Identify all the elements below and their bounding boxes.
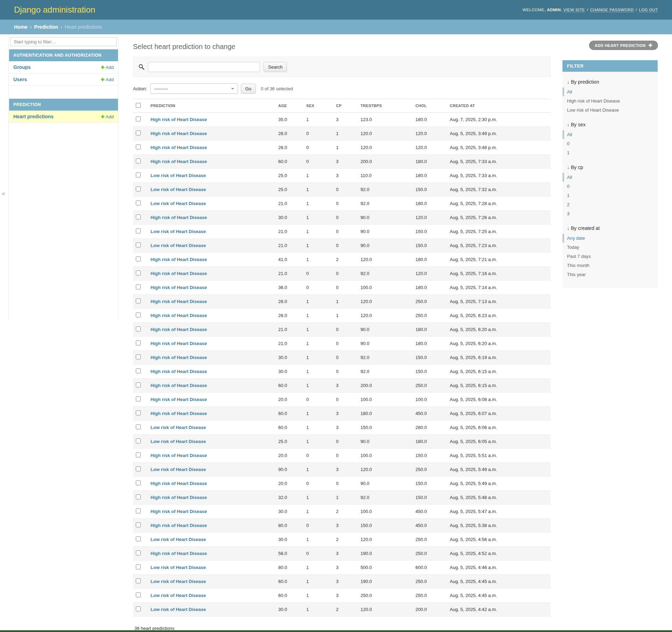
row-checkbox[interactable] [136,299,141,303]
go-button[interactable]: Go [241,84,256,94]
sidebar-item-groups[interactable]: Groups ✚ Add [9,61,118,73]
filter-option-link[interactable]: 0 [567,184,569,189]
filter-option-link[interactable]: 2 [567,202,569,207]
prediction-link[interactable]: High risk of Heart Disease [150,215,207,220]
row-checkbox[interactable] [136,215,141,219]
select-all-checkbox[interactable] [136,103,141,108]
prediction-link[interactable]: High risk of Heart Disease [150,411,207,416]
row-checkbox[interactable] [136,117,141,121]
prediction-link[interactable]: High risk of Heart Disease [150,313,207,318]
prediction-link[interactable]: Low risk of Heart Disease [150,537,206,542]
filter-option-link[interactable]: 1 [567,193,569,198]
filter-option-link[interactable]: All [567,89,572,94]
prediction-link[interactable]: High risk of Heart Disease [150,397,207,402]
row-checkbox[interactable] [136,131,141,135]
filter-option-link[interactable]: 0 [567,141,569,146]
prediction-link[interactable]: High risk of Heart Disease [150,159,207,164]
prediction-link[interactable]: Low risk of Heart Disease [150,439,206,444]
prediction-link[interactable]: Low risk of Heart Disease [150,229,206,234]
row-checkbox[interactable] [136,229,141,233]
row-checkbox[interactable] [136,257,141,261]
filter-option-link[interactable]: Today [567,245,579,250]
view-site-link[interactable]: VIEW SITE [563,8,585,12]
prediction-link[interactable]: High risk of Heart Disease [150,369,207,374]
row-checkbox[interactable] [136,173,141,177]
row-checkbox[interactable] [136,494,141,499]
search-button[interactable]: Search [264,62,287,72]
prediction-link[interactable]: High risk of Heart Disease [150,509,207,514]
prediction-link[interactable]: High risk of Heart Disease [150,523,207,528]
header-chol[interactable]: CHOL [413,99,447,113]
filter-option-link[interactable]: Low risk of Heart Disease [567,107,619,113]
add-heart-prediction-sidebar-button[interactable]: ✚ Add [101,114,114,119]
groups-link[interactable]: Groups [13,64,31,70]
prediction-link[interactable]: High risk of Heart Disease [150,257,207,262]
prediction-link[interactable]: High risk of Heart Disease [150,481,207,486]
prediction-link[interactable]: High risk of Heart Disease [150,355,207,360]
prediction-link[interactable]: High risk of Heart Disease [150,285,207,290]
row-checkbox[interactable] [136,368,141,373]
row-checkbox[interactable] [136,466,141,471]
prediction-link[interactable]: High risk of Heart Disease [150,327,207,332]
header-sex[interactable]: SEX [303,99,333,113]
filter-option-link[interactable]: Past 7 days [567,254,591,259]
row-checkbox[interactable] [136,592,141,597]
row-checkbox[interactable] [136,145,141,149]
prediction-link[interactable]: High risk of Heart Disease [150,117,207,122]
header-trestbps[interactable]: TRESTBPS [358,99,413,113]
filter-option-link[interactable]: All [567,132,572,137]
prediction-link[interactable]: Low risk of Heart Disease [150,467,206,472]
header-age[interactable]: AGE [275,99,303,113]
row-checkbox[interactable] [136,452,141,457]
row-checkbox[interactable] [136,187,141,191]
search-input[interactable] [148,62,260,72]
prediction-link[interactable]: Low risk of Heart Disease [150,425,206,430]
row-checkbox[interactable] [136,201,141,205]
prediction-link[interactable]: Low risk of Heart Disease [150,173,206,178]
action-select[interactable]: --------- [150,83,238,94]
prediction-link[interactable]: Low risk of Heart Disease [150,579,206,584]
row-checkbox[interactable] [136,522,141,527]
prediction-link[interactable]: High risk of Heart Disease [150,453,207,458]
row-checkbox[interactable] [136,326,141,331]
prediction-link[interactable]: High risk of Heart Disease [150,495,207,500]
prediction-link[interactable]: High risk of Heart Disease [150,341,207,346]
row-checkbox[interactable] [136,313,141,317]
row-checkbox[interactable] [136,606,141,611]
filter-option-link[interactable]: Any date [567,236,585,241]
row-checkbox[interactable] [136,382,141,387]
filter-option-link[interactable]: This month [567,263,589,268]
sidebar-filter-input[interactable] [10,37,117,46]
filter-option-link[interactable]: All [567,175,572,180]
row-checkbox[interactable] [136,536,141,541]
prediction-link[interactable]: Low risk of Heart Disease [150,243,206,248]
filter-option-link[interactable]: High risk of Heart Disease [567,98,620,104]
row-checkbox[interactable] [136,438,141,443]
prediction-link[interactable]: High risk of Heart Disease [150,131,207,136]
row-checkbox[interactable] [136,550,141,555]
sidebar-item-heart-predictions[interactable]: Heart predictions ✚ Add [9,111,118,123]
row-checkbox[interactable] [136,271,141,275]
heart-predictions-link[interactable]: Heart predictions [13,114,54,119]
breadcrumb-prediction[interactable]: Prediction [34,24,58,30]
row-checkbox[interactable] [136,410,141,415]
prediction-link[interactable]: Low risk of Heart Disease [150,201,206,206]
add-user-button[interactable]: ✚ Add [101,77,114,82]
filter-option-link[interactable]: 3 [567,211,569,216]
prediction-link[interactable]: Low risk of Heart Disease [150,593,206,598]
row-checkbox[interactable] [136,480,141,485]
row-checkbox[interactable] [136,424,141,429]
site-branding[interactable]: Django administration [14,5,95,15]
prediction-link[interactable]: High risk of Heart Disease [150,551,207,556]
row-checkbox[interactable] [136,396,141,401]
row-checkbox[interactable] [136,578,141,583]
header-prediction[interactable]: PREDICTION [148,99,275,113]
prediction-link[interactable]: High risk of Heart Disease [150,383,207,388]
prediction-link[interactable]: High risk of Heart Disease [150,271,207,276]
logout-link[interactable]: LOG OUT [639,8,658,12]
row-checkbox[interactable] [136,354,141,359]
row-checkbox[interactable] [136,243,141,247]
header-created-at[interactable]: CREATED AT [447,99,551,113]
prediction-link[interactable]: Low risk of Heart Disease [150,607,206,612]
prediction-link[interactable]: High risk of Heart Disease [150,299,207,304]
